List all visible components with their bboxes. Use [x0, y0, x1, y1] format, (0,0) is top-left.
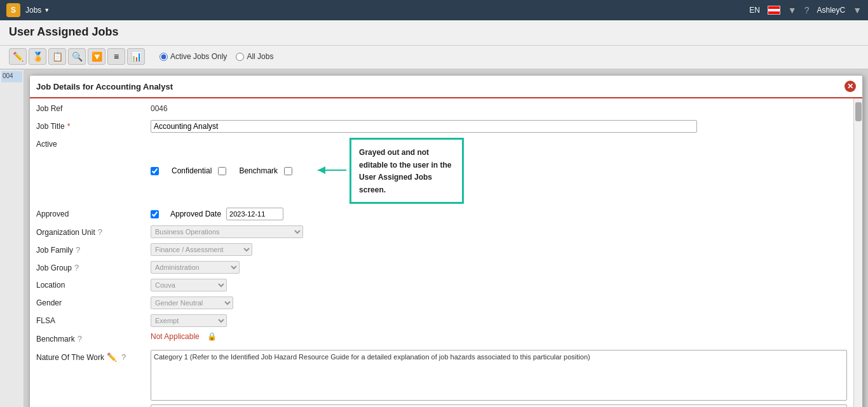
nature-label: Nature Of The Work ✏️ ? — [36, 350, 151, 362]
nav-dropdown-icon[interactable]: ▼ — [788, 5, 797, 15]
active-label: Active — [36, 138, 151, 149]
benchmark-field-label: Benchmark ? — [36, 332, 151, 344]
accountability-field[interactable]: The Accounting Analyst is responsible fo… — [151, 404, 847, 407]
help-icon[interactable]: ? — [804, 5, 810, 15]
list-toolbar-icon[interactable]: ≡ — [107, 48, 125, 65]
org-unit-row: Organization Unit ? Business Operations — [36, 225, 847, 239]
org-unit-help-icon[interactable]: ? — [98, 227, 102, 237]
copy-toolbar-icon[interactable]: 📋 — [48, 48, 66, 65]
benchmark-value: Not Applicable — [151, 332, 200, 341]
job-family-row: Job Family ? Finance / Assessment — [36, 243, 847, 257]
user-dropdown-icon[interactable]: ▼ — [853, 5, 862, 15]
job-title-row: Job Title * — [36, 120, 847, 134]
scrollbar-thumb[interactable] — [855, 102, 862, 121]
gender-label: Gender — [36, 297, 151, 307]
nature-field[interactable]: Category 1 (Refer to the Identified Job … — [151, 350, 847, 401]
edit-toolbar-icon[interactable]: ✏️ — [9, 48, 27, 65]
job-group-label: Job Group ? — [36, 261, 151, 272]
callout-container: Grayed out and not editable to the user … — [311, 138, 464, 204]
active-jobs-radio-label[interactable]: Active Jobs Only — [159, 52, 227, 61]
benchmark-field-value-container: Not Applicable 🔒 — [151, 332, 847, 341]
job-group-row: Job Group ? Administration — [36, 261, 847, 275]
benchmark-checkbox[interactable] — [284, 167, 292, 175]
confidential-checkbox[interactable] — [218, 167, 226, 175]
modal-close-button[interactable]: ✕ — [844, 81, 856, 92]
flag-icon — [768, 6, 780, 15]
page-title-bar: User Assigned Jobs — [0, 20, 868, 46]
top-nav-bar: S Jobs ▼ EN ▼ ? AshleyC ▼ — [0, 0, 868, 20]
badge-toolbar-icon[interactable]: 🏅 — [29, 48, 46, 65]
jobs-menu-caret-icon: ▼ — [44, 7, 50, 13]
job-family-label: Job Family ? — [36, 243, 151, 255]
job-details-modal: Job Details for Accounting Analyst ✕ Job… — [29, 75, 863, 407]
flsa-label: FLSA — [36, 314, 151, 325]
benchmark-label: Benchmark — [239, 166, 278, 175]
job-title-required: * — [67, 122, 71, 131]
modal-header: Job Details for Accounting Analyst ✕ — [30, 76, 862, 98]
approved-date-label: Approved Date — [170, 210, 221, 218]
modal-scrollbar[interactable] — [853, 98, 862, 407]
location-field: Couva — [151, 279, 847, 291]
job-family-help-icon[interactable]: ? — [76, 245, 80, 255]
app-logo: S — [6, 3, 20, 17]
gender-select: Gender Neutral — [151, 297, 233, 309]
gender-field: Gender Neutral — [151, 297, 847, 309]
all-jobs-label: All Jobs — [247, 52, 273, 61]
gender-row: Gender Gender Neutral — [36, 297, 847, 310]
lock-icon: 🔒 — [207, 332, 217, 341]
callout-arrow — [311, 157, 349, 185]
filter-toolbar-icon[interactable]: 🔽 — [88, 48, 105, 65]
active-jobs-label: Active Jobs Only — [170, 52, 227, 61]
language-label: EN — [749, 6, 760, 15]
all-jobs-radio-label[interactable]: All Jobs — [236, 52, 273, 61]
org-unit-label: Organization Unit ? — [36, 225, 151, 237]
job-ref-value: 0046 — [151, 102, 168, 113]
org-unit-field: Business Operations — [151, 225, 847, 238]
all-jobs-radio[interactable] — [236, 53, 244, 61]
approved-checkbox[interactable] — [151, 210, 159, 218]
flsa-field: Exempt — [151, 314, 847, 327]
job-ref-row: Job Ref 0046 — [36, 102, 847, 116]
active-jobs-radio[interactable] — [159, 53, 168, 61]
benchmark-help-icon[interactable]: ? — [78, 334, 82, 344]
location-row: Location Couva — [36, 279, 847, 293]
location-select: Couva — [151, 279, 227, 291]
jobs-menu-button[interactable]: Jobs ▼ — [25, 6, 50, 15]
job-filter-radio-group: Active Jobs Only All Jobs — [159, 52, 273, 61]
callout-box: Grayed out and not editable to the user … — [349, 138, 464, 204]
flsa-row: FLSA Exempt — [36, 314, 847, 328]
nature-textarea[interactable]: Category 1 (Refer to the Identified Job … — [151, 350, 847, 401]
job-group-select: Administration — [151, 261, 240, 274]
accountability-row: General Accountability ✏️ ? The Accounti… — [36, 404, 847, 407]
location-label: Location — [36, 279, 151, 290]
job-group-help-icon[interactable]: ? — [74, 263, 79, 272]
approved-date-input[interactable] — [226, 208, 283, 220]
nature-edit-icon[interactable]: ✏️ — [107, 352, 117, 362]
modal-title: Job Details for Accounting Analyst — [36, 82, 173, 91]
page-title: User Assigned Jobs — [9, 25, 859, 39]
job-family-select: Finance / Assessment — [151, 243, 252, 256]
accountability-textarea[interactable]: The Accounting Analyst is responsible fo… — [151, 404, 847, 407]
nature-help-icon[interactable]: ? — [121, 352, 126, 362]
toolbar: ✏️ 🏅 📋 🔍 🔽 ≡ 📊 Active Jobs Only All Jobs — [0, 46, 868, 70]
approved-row: Approved Approved Date — [36, 208, 847, 222]
user-label: AshleyC — [817, 6, 845, 15]
job-group-field: Administration — [151, 261, 847, 274]
job-ref-label: Job Ref — [36, 102, 151, 113]
content-area: Job Details for Accounting Analyst ✕ Job… — [24, 70, 868, 407]
confidential-label: Confidential — [172, 166, 212, 175]
modal-body: Job Ref 0046 Job Title * — [30, 98, 853, 407]
job-title-label: Job Title * — [36, 120, 151, 131]
chart-toolbar-icon[interactable]: 📊 — [127, 48, 145, 65]
benchmark-field-row: Benchmark ? Not Applicable 🔒 — [36, 332, 847, 346]
accountability-label: General Accountability ✏️ ? — [36, 404, 151, 407]
job-title-field — [151, 120, 847, 133]
org-unit-select: Business Operations — [151, 225, 303, 238]
active-row: Active Confidential Benchmark — [36, 138, 847, 204]
approved-field: Approved Date — [151, 208, 847, 220]
job-title-input[interactable] — [151, 120, 697, 133]
search-toolbar-icon[interactable]: 🔍 — [68, 48, 86, 65]
active-checkbox[interactable] — [151, 167, 159, 175]
nav-right-section: EN ▼ ? AshleyC ▼ — [749, 5, 862, 15]
left-panel-item[interactable]: 004 — [1, 71, 22, 83]
